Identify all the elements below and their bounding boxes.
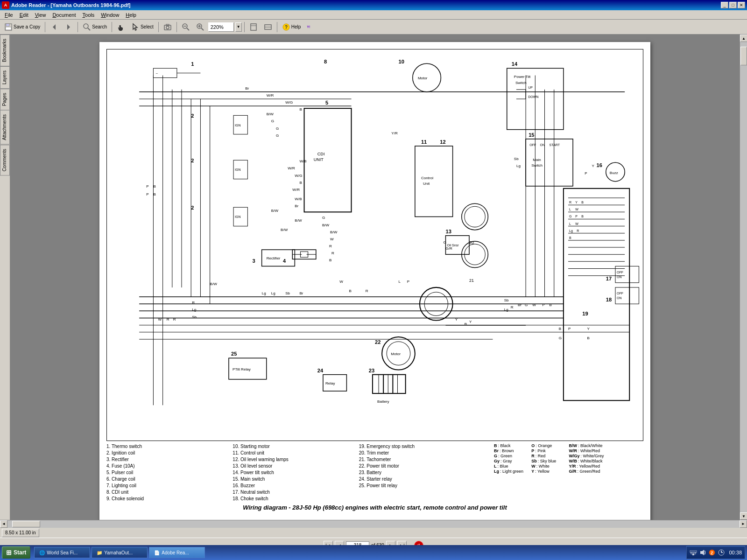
svg-text:Y: Y	[587, 327, 590, 331]
svg-text:ON: ON	[540, 143, 545, 147]
search-button[interactable]: Search	[80, 21, 109, 33]
menu-view[interactable]: View	[32, 11, 49, 19]
zoom-in-button[interactable]	[194, 21, 207, 33]
svg-text:R: R	[329, 244, 332, 248]
legend-item-21: 21. Tachometer	[359, 457, 485, 462]
attachments-tab[interactable]: Attachments	[0, 110, 10, 145]
menu-tools[interactable]: Tools	[80, 11, 98, 19]
svg-text:25: 25	[231, 351, 237, 357]
page-size-status: 8.50 x 11.00 in	[2, 529, 39, 537]
color-sb: Sb : Sky blue	[531, 459, 568, 463]
forward-button[interactable]	[62, 21, 75, 33]
select-tool-button[interactable]: Select	[129, 21, 156, 33]
svg-text:G: G	[569, 215, 571, 218]
scroll-h-thumb[interactable]	[12, 521, 40, 527]
layers-tab[interactable]: Layers	[0, 66, 10, 89]
help-icon: ?	[282, 23, 290, 31]
close-button[interactable]: ✕	[738, 2, 745, 8]
menu-bar: File Edit View Document Tools Window Hel…	[0, 10, 747, 20]
fit-width-button[interactable]	[261, 21, 275, 33]
svg-text:PTilt Relay: PTilt Relay	[233, 367, 251, 371]
svg-text:B: B	[153, 192, 155, 196]
svg-text:1: 1	[191, 61, 194, 67]
svg-text:R: R	[366, 289, 368, 293]
network-icon	[690, 549, 697, 556]
taskbar-item-2[interactable]: 📄 Adobe Rea...	[149, 547, 205, 558]
svg-text:Br: Br	[299, 291, 303, 295]
legend-item-9: 9. Choke solenoid	[106, 496, 232, 501]
svg-text:19: 19	[582, 311, 588, 316]
taskbar-right: Z 00:38	[686, 546, 745, 559]
legend-item-24: 24. Starter relay	[359, 476, 485, 482]
scroll-right-button[interactable]: ►	[740, 520, 747, 528]
menu-help[interactable]: Help	[123, 11, 139, 19]
scroll-down-button[interactable]: ▼	[740, 512, 747, 520]
help-button[interactable]: ? Help	[280, 21, 303, 33]
svg-text:3: 3	[252, 258, 255, 264]
scrollbar-right[interactable]: ▲ ▼	[740, 35, 747, 520]
svg-text:R: R	[511, 305, 514, 309]
legend-item-6: 6. Charge coil	[106, 476, 232, 482]
scroll-up-button[interactable]: ▲	[740, 35, 747, 42]
color-wg: W/Gy : White/Grey	[569, 454, 606, 458]
menu-document[interactable]: Document	[49, 11, 78, 19]
separator-7	[277, 22, 277, 32]
scroll-left-button[interactable]: ◄	[0, 520, 7, 528]
zoom-value[interactable]: 220%	[208, 22, 234, 32]
pages-tab[interactable]: Pages	[0, 89, 10, 110]
color-o: O : Orange	[531, 443, 568, 448]
color-empty4	[606, 459, 643, 463]
svg-rect-1	[6, 24, 9, 26]
legend-item-7: 7. Lighting coil	[106, 483, 232, 488]
svg-text:15: 15	[529, 132, 534, 138]
zoom-out-button[interactable]	[179, 21, 192, 33]
color-legend: B : Black O : Orange B/W : Black/White B…	[494, 443, 643, 502]
zoom-dropdown[interactable]: ▼	[235, 22, 242, 32]
svg-text:R: R	[173, 317, 176, 322]
legend-item-23: 23. Battery	[359, 470, 485, 475]
select-label: Select	[141, 24, 154, 29]
comments-tab[interactable]: Comments	[0, 145, 10, 175]
pdf-view[interactable]: 1 ~ 2 IGN 2 IGN 2	[10, 35, 740, 520]
menu-window[interactable]: Window	[98, 11, 122, 19]
legend-item-22: 22. Power tilt motor	[359, 463, 485, 469]
separator-4	[158, 22, 159, 32]
legend-item-14: 14. Power tilt switch	[233, 470, 358, 475]
zoom-out-icon	[182, 23, 190, 31]
taskbar-icon-2: 📄	[154, 550, 160, 555]
fit-page-button[interactable]	[247, 21, 260, 33]
scroll-h-track[interactable]	[7, 520, 740, 528]
scrollbar-horizontal[interactable]: ◄ ►	[0, 520, 747, 527]
bookmarks-tab[interactable]: Bookmarks	[0, 35, 10, 66]
maximize-button[interactable]: □	[729, 2, 737, 8]
save-copy-button[interactable]: Save a Copy	[2, 21, 42, 33]
hand-icon	[117, 23, 125, 31]
start-button[interactable]: ⊞ Start	[2, 546, 30, 559]
svg-text:G: G	[559, 336, 562, 340]
taskbar-item-1[interactable]: 📁 YamahaOut...	[92, 547, 148, 558]
component-list: 1. Thermo switch 10. Starting motor 19. …	[106, 443, 485, 502]
svg-text:P: P	[542, 303, 544, 307]
svg-text:P: P	[585, 171, 587, 175]
scroll-thumb[interactable]	[740, 47, 747, 65]
scroll-track[interactable]	[740, 42, 747, 512]
taskbar-item-0[interactable]: 🌐 World Sea Fi...	[34, 547, 90, 558]
menu-file[interactable]: File	[2, 11, 16, 19]
hand-tool-button[interactable]	[114, 21, 127, 33]
title-controls[interactable]: _ □ ✕	[721, 2, 745, 8]
yahoo-button[interactable]: Y!	[304, 21, 317, 33]
color-l: L : Blue	[494, 464, 531, 469]
svg-text:B: B	[587, 336, 589, 340]
svg-text:B/W: B/W	[281, 228, 288, 232]
minimize-button[interactable]: _	[721, 2, 728, 8]
svg-text:G: G	[443, 240, 446, 245]
legend-item-15: 15. Main switch	[233, 476, 358, 482]
legend-item-1: 1. Thermo switch	[106, 444, 232, 449]
menu-edit[interactable]: Edit	[17, 11, 31, 19]
fit-width-icon	[264, 23, 272, 31]
back-button[interactable]	[48, 21, 61, 33]
color-gy: Gy : Gray	[494, 459, 531, 463]
svg-text:8: 8	[324, 59, 327, 64]
svg-text:W: W	[575, 208, 578, 211]
snapshot-button[interactable]	[161, 21, 174, 33]
